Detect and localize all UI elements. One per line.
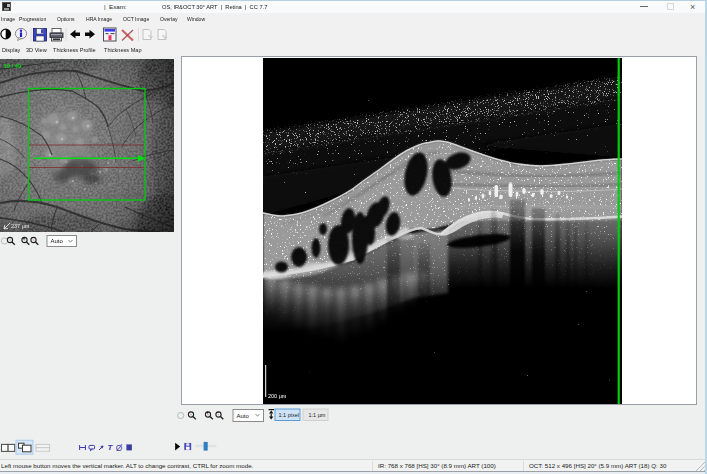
svg-text:1:1 µm: 1:1 µm [309,412,326,418]
svg-text:200 µm: 200 µm [268,393,287,399]
svg-text:237 µm: 237 µm [11,223,30,229]
svg-text:-: - [217,409,219,415]
svg-text:Auto: Auto [51,238,64,244]
svg-text:+: + [206,409,209,415]
svg-text:Auto: Auto [237,413,250,419]
svg-text:1:1 pixel: 1:1 pixel [279,412,300,418]
svg-text:+: + [23,235,26,241]
svg-text:T: T [108,443,114,452]
svg-text:Ø: Ø [116,443,123,453]
svg-text:19 / 49: 19 / 49 [4,63,23,69]
svg-text:-: - [32,234,34,240]
